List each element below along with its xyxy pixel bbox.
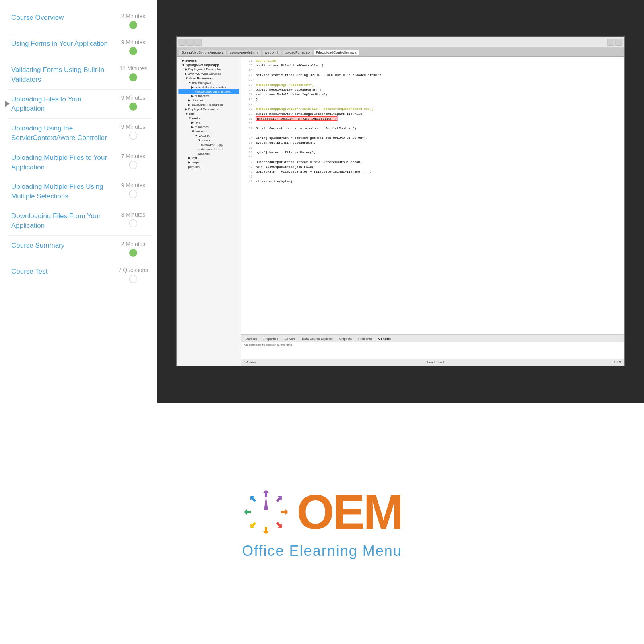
- line-number: 43: [244, 179, 252, 184]
- console-tab-properties[interactable]: Properties: [261, 336, 280, 341]
- tree-servers[interactable]: ▶ Servers: [178, 58, 239, 63]
- line-code: stream.write(bytes);: [256, 179, 294, 184]
- ide-tabs: SpringMvcSimpleApp.javaspring-servlet.xm…: [177, 48, 624, 57]
- tree-webxml[interactable]: web.xml: [178, 151, 239, 156]
- progress-dot-uploading-multiple-selections: [129, 190, 137, 198]
- item-meta-course-summary: 2 Minutes: [117, 241, 149, 257]
- line-number: 35: [244, 140, 252, 145]
- ide-tab-web-xml[interactable]: web.xml: [262, 50, 281, 55]
- line-code: @RequestMapping("/uploadForm"): [256, 83, 314, 87]
- item-meta-uploading-files: 9 Minutes: [117, 95, 149, 111]
- oem-logo-icon: [242, 488, 290, 536]
- line-number: 26: [244, 97, 252, 102]
- logo-subtitle: Office Elearning Menu: [242, 543, 402, 559]
- ide-toolbar: [177, 37, 624, 48]
- progress-dot-course-overview: [129, 21, 137, 29]
- toolbar-btn-4[interactable]: [607, 39, 615, 46]
- code-line-37: 37 byte[] bytes = file.getBytes();: [244, 150, 621, 155]
- tree-views[interactable]: ▼ views: [178, 138, 239, 142]
- progress-dot-uploading-servlet: [129, 132, 137, 140]
- code-line-24: 24 public ModelAndView uploadForm() {: [244, 87, 621, 92]
- sidebar-item-course-summary[interactable]: Course Summary2 Minutes: [8, 236, 153, 262]
- tree-pomxml[interactable]: pom.xml: [178, 165, 239, 169]
- tree-controller-pkg[interactable]: ▶ com.skillsoft.controller: [178, 85, 239, 89]
- ide-tab-SpringMvcSimpleApp-java[interactable]: SpringMvcSimpleApp.java: [178, 50, 226, 55]
- sidebar: Course Overview2 MinutesUsing Forms in Y…: [0, 0, 157, 402]
- tree-uploadform[interactable]: uploadForm.jsp: [178, 142, 239, 147]
- line-number: 28: [244, 107, 252, 111]
- tree-libraries[interactable]: ▶ Libraries: [178, 98, 239, 103]
- item-title-uploading-multiple: Uploading Multiple Files to Your Applica…: [11, 153, 117, 172]
- sidebar-item-uploading-servlet[interactable]: Uploading Using the ServletContextAware …: [8, 119, 153, 148]
- sidebar-item-course-overview[interactable]: Course Overview2 Minutes: [8, 8, 153, 34]
- status-writable: Writable: [244, 361, 256, 364]
- tree-deployed[interactable]: ▶ Deployed Resources: [178, 107, 239, 111]
- sidebar-item-using-forms[interactable]: Using Forms in Your Application9 Minutes: [8, 34, 153, 60]
- item-meta-using-forms: 9 Minutes: [117, 39, 149, 55]
- sidebar-item-course-test[interactable]: Course Test7 Questions: [8, 262, 153, 288]
- line-number: 21: [244, 73, 252, 78]
- tree-java-resources[interactable]: ▼ Java Resources: [178, 76, 239, 80]
- tree-file-controller[interactable]: FileUploadController.java: [178, 89, 239, 94]
- tree-webapp[interactable]: ▼ webapp: [178, 129, 239, 134]
- line-number: 42: [244, 174, 252, 179]
- console-tab-markers[interactable]: Markers: [243, 336, 259, 341]
- line-code: BufferedOutputStream stream = new Buffer…: [256, 160, 362, 165]
- line-number: 23: [244, 83, 252, 87]
- logo-text-oem: OEM: [297, 488, 402, 536]
- console-tab-snippets[interactable]: Snippets: [337, 336, 354, 341]
- tree-resources[interactable]: ▶ resources: [178, 125, 239, 129]
- console-tab-console[interactable]: Console: [376, 336, 394, 341]
- code-line-23: 23 @RequestMapping("/uploadForm"): [244, 83, 621, 87]
- progress-dot-uploading-multiple: [129, 161, 137, 169]
- tree-javascript[interactable]: ▶ JavaScript Resources: [178, 103, 239, 107]
- code-line-34: 34 String uploadPath = context.getRealPa…: [244, 136, 621, 140]
- toolbar-btn-1[interactable]: [178, 39, 186, 46]
- logo-container: OEM Office Elearning Menu: [242, 488, 402, 559]
- line-number: 22: [244, 78, 252, 83]
- item-duration-course-summary: 2 Minutes: [121, 241, 146, 247]
- tree-project[interactable]: ▼ SpringMvcSimpleApp: [178, 63, 239, 67]
- console-tab-data-source-explorer[interactable]: Data Source Explorer: [299, 336, 335, 341]
- sidebar-item-downloading-files[interactable]: Downloading Files From Your Application8…: [8, 206, 153, 236]
- item-meta-validating-forms: 11 Minutes: [117, 65, 149, 81]
- line-number: 39: [244, 160, 252, 165]
- status-position: 1:1:5: [614, 361, 621, 364]
- toolbar-btn-5[interactable]: [615, 39, 623, 46]
- ide-tab-uploadForm-jsp[interactable]: uploadForm.jsp: [282, 50, 312, 55]
- tree-authorities[interactable]: ▶ authorities: [178, 94, 239, 98]
- console-tab-servers[interactable]: Servers: [282, 336, 298, 341]
- line-code: HttpSession session) throws IOException …: [256, 116, 337, 121]
- tree-src2[interactable]: ▼ src: [178, 111, 239, 116]
- tree-main[interactable]: ▼ main: [178, 116, 239, 120]
- line-code: @Controller: [256, 58, 277, 63]
- code-line-36: 36: [244, 145, 621, 150]
- tree-springservlet[interactable]: spring-servlet.xml: [178, 147, 239, 151]
- status-insert: Smart Insert: [426, 361, 444, 364]
- sidebar-item-uploading-multiple-selections[interactable]: Uploading Multiple Files Using Multiple …: [8, 177, 153, 206]
- sidebar-item-uploading-multiple[interactable]: Uploading Multiple Files to Your Applica…: [8, 148, 153, 178]
- tree-webinf[interactable]: ▼ WEB-INF: [178, 134, 239, 138]
- ide-tab-FileUploadController-java[interactable]: FileUploadController.java: [313, 50, 359, 55]
- tree-deployment[interactable]: ▶ Deployment Descriptor: [178, 67, 239, 72]
- sidebar-item-validating-forms[interactable]: Validating Forms Using Built-in Validato…: [8, 60, 153, 90]
- toolbar-btn-2[interactable]: [186, 39, 194, 46]
- ide-console: MarkersPropertiesServersData Source Expl…: [241, 334, 624, 359]
- tree-src[interactable]: ▼ src/main/java: [178, 80, 239, 85]
- progress-dot-using-forms: [129, 47, 137, 55]
- tree-target[interactable]: ▶ target: [178, 160, 239, 165]
- line-code: public ModelAndView uploadForm() {: [256, 87, 321, 92]
- tree-jax[interactable]: ▶ JAX-WS Web Services: [178, 72, 239, 76]
- line-number: 18: [244, 58, 252, 63]
- ide-code-editor: 18@Controller19public class FileUploadCo…: [241, 57, 624, 334]
- toolbar-btn-3[interactable]: [194, 39, 202, 46]
- sidebar-item-uploading-files[interactable]: Uploading Files to Your Application9 Min…: [8, 90, 153, 119]
- line-code: return new ModelAndView("uploadForm");: [256, 92, 329, 97]
- line-code: public ModelAndView saveImage(CommonsMul…: [256, 111, 364, 116]
- tree-java[interactable]: ▶ java: [178, 120, 239, 125]
- code-line-28: 28 @RequestMapping(value="/saveFile", me…: [244, 107, 621, 111]
- item-title-uploading-files: Uploading Files to Your Application: [11, 95, 117, 114]
- tree-test[interactable]: ▶ test: [178, 156, 239, 160]
- console-tab-problems[interactable]: Problems: [356, 336, 374, 341]
- ide-tab-spring-servlet-xml[interactable]: spring-servlet.xml: [227, 50, 261, 55]
